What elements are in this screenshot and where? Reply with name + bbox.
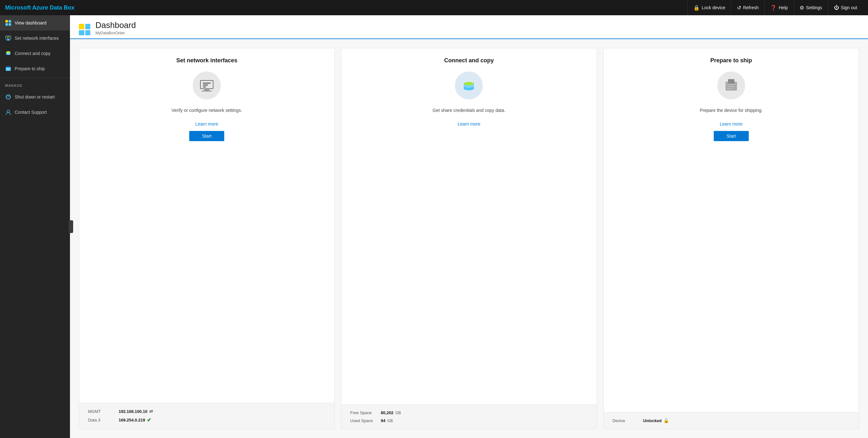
sidebar-item-label: Connect and copy bbox=[14, 51, 51, 56]
svg-rect-19 bbox=[203, 87, 206, 88]
card-desc-network: Verify or configure network settings. bbox=[172, 107, 242, 114]
help-icon: ❓ bbox=[770, 5, 777, 11]
data3-ip: 169.254.0.219 bbox=[119, 418, 145, 423]
help-button[interactable]: ❓ Help bbox=[764, 0, 794, 15]
card-top-connect: Connect and copy Get share credentials a… bbox=[341, 48, 596, 404]
page-subtitle: MyDataBoxOrder bbox=[95, 31, 136, 35]
network-icon bbox=[5, 35, 11, 41]
dashboard-icon bbox=[5, 20, 11, 26]
help-label: Help bbox=[779, 5, 788, 10]
sidebar-divider bbox=[0, 77, 70, 78]
refresh-button[interactable]: ↺ Refresh bbox=[731, 0, 764, 15]
mgmt-ip: 192.168.100.10 bbox=[119, 409, 147, 414]
unlock-icon: 🔓 bbox=[663, 418, 669, 423]
info-value-usedspace: 94 GB bbox=[381, 418, 393, 423]
info-label-mgmt: MGMT bbox=[88, 409, 114, 414]
svg-rect-9 bbox=[7, 66, 9, 68]
usedspace-val: 94 bbox=[381, 418, 385, 423]
info-value-freespace: 80,202 GB bbox=[381, 410, 401, 415]
card-icon-network bbox=[193, 71, 221, 100]
main-layout: View dashboard Set network interfaces bbox=[0, 15, 868, 438]
learn-more-network[interactable]: Learn more bbox=[195, 122, 218, 127]
sidebar-item-view-dashboard[interactable]: View dashboard bbox=[0, 15, 70, 31]
info-value-data3: 169.254.0.219 ✔ bbox=[119, 417, 151, 423]
svg-rect-3 bbox=[7, 37, 9, 37]
lock-device-label: Lock device bbox=[702, 5, 725, 10]
info-label-device: Device bbox=[613, 418, 638, 423]
start-button-network[interactable]: Start bbox=[189, 131, 224, 141]
sign-out-icon: ⏻ bbox=[834, 5, 839, 10]
sidebar-item-contact-support[interactable]: Contact Support bbox=[0, 105, 70, 120]
learn-more-connect[interactable]: Learn more bbox=[458, 122, 480, 127]
sidebar-item-label: Shut down or restart bbox=[14, 94, 55, 100]
start-button-prepare[interactable]: Start bbox=[714, 131, 749, 141]
svg-point-24 bbox=[464, 82, 474, 85]
main-content: Dashboard MyDataBoxOrder Set network int… bbox=[70, 15, 868, 438]
svg-rect-4 bbox=[7, 38, 8, 38]
page-header-text: Dashboard MyDataBoxOrder bbox=[95, 20, 136, 38]
usedspace-unit: GB bbox=[388, 418, 393, 423]
card-info-row-freespace: Free Space 80,202 GB bbox=[350, 410, 587, 415]
svg-rect-17 bbox=[203, 82, 211, 83]
card-connect-and-copy: Connect and copy Get share credentials a… bbox=[341, 48, 597, 429]
sign-out-button[interactable]: ⏻ Sign out bbox=[828, 0, 863, 15]
card-desc-prepare: Prepare the device for shipping. bbox=[700, 107, 763, 114]
page-title: Dashboard bbox=[95, 20, 136, 30]
cards-area: Set network interfaces Verify or configu… bbox=[70, 39, 868, 438]
card-prepare-to-ship: Prepare to ship Prepare the device for s… bbox=[603, 48, 859, 429]
settings-button[interactable]: ⚙ Settings bbox=[794, 0, 828, 15]
info-label-freespace: Free Space bbox=[350, 410, 376, 415]
svg-point-7 bbox=[6, 51, 10, 53]
app-title: Microsoft Azure Data Box bbox=[5, 4, 74, 11]
freespace-val: 80,202 bbox=[381, 410, 394, 415]
card-desc-connect: Get share credentials and copy data. bbox=[433, 107, 505, 114]
card-title-network: Set network interfaces bbox=[176, 57, 237, 64]
card-bottom-connect: Free Space 80,202 GB Used Space 94 GB bbox=[341, 404, 596, 429]
info-value-device: Unlocked 🔓 bbox=[643, 418, 669, 423]
sidebar-item-label: Prepare to ship bbox=[14, 66, 45, 71]
top-navigation: Microsoft Azure Data Box 🔒 Lock device ↺… bbox=[0, 0, 868, 15]
card-icon-connect bbox=[455, 71, 483, 100]
sidebar-collapse-handle[interactable]: ⋮ bbox=[69, 220, 73, 233]
info-label-usedspace: Used Space bbox=[350, 418, 376, 423]
sign-out-label: Sign out bbox=[841, 5, 857, 10]
support-icon bbox=[5, 109, 11, 115]
settings-label: Settings bbox=[806, 5, 822, 10]
svg-rect-18 bbox=[203, 85, 208, 86]
card-title-prepare: Prepare to ship bbox=[710, 57, 752, 64]
refresh-label: Refresh bbox=[743, 5, 758, 10]
page-header: Dashboard MyDataBoxOrder bbox=[70, 15, 868, 39]
settings-icon: ⚙ bbox=[800, 5, 804, 11]
ok-icon: ✔ bbox=[147, 417, 151, 423]
sidebar: View dashboard Set network interfaces bbox=[0, 15, 70, 438]
sidebar-item-set-network-interfaces[interactable]: Set network interfaces bbox=[0, 31, 70, 46]
card-info-row-data3: Data 3 169.254.0.219 ✔ bbox=[88, 417, 326, 423]
card-top-network: Set network interfaces Verify or configu… bbox=[79, 48, 334, 403]
info-value-mgmt: 192.168.100.10 ⇄ bbox=[119, 409, 153, 414]
svg-rect-0 bbox=[6, 36, 11, 39]
card-icon-prepare bbox=[717, 71, 745, 100]
svg-point-13 bbox=[7, 110, 9, 112]
sidebar-item-prepare-to-ship[interactable]: Prepare to ship bbox=[0, 61, 70, 76]
card-info-row-device: Device Unlocked 🔓 bbox=[613, 418, 850, 423]
page-header-icon bbox=[79, 24, 90, 35]
device-status: Unlocked bbox=[643, 418, 662, 423]
sidebar-item-connect-and-copy[interactable]: Connect and copy bbox=[0, 46, 70, 61]
svg-rect-16 bbox=[202, 91, 212, 92]
refresh-icon: ↺ bbox=[737, 5, 741, 11]
sidebar-item-shut-down-or-restart[interactable]: Shut down or restart bbox=[0, 89, 70, 105]
card-set-network-interfaces: Set network interfaces Verify or configu… bbox=[79, 48, 335, 429]
svg-rect-2 bbox=[6, 40, 10, 41]
card-bottom-prepare: Device Unlocked 🔓 bbox=[604, 412, 859, 429]
card-bottom-network: MGMT 192.168.100.10 ⇄ Data 3 169.254.0.2… bbox=[79, 403, 334, 429]
shutdown-icon bbox=[5, 94, 11, 100]
lock-device-button[interactable]: 🔒 Lock device bbox=[687, 0, 731, 15]
card-info-row-usedspace: Used Space 94 GB bbox=[350, 418, 587, 423]
card-top-prepare: Prepare to ship Prepare the device for s… bbox=[604, 48, 859, 412]
svg-rect-26 bbox=[728, 79, 735, 83]
prepare-ship-icon bbox=[5, 65, 11, 72]
sidebar-item-label: Set network interfaces bbox=[14, 36, 59, 41]
topnav-actions: 🔒 Lock device ↺ Refresh ❓ Help ⚙ Setting… bbox=[687, 0, 863, 15]
svg-rect-1 bbox=[7, 39, 9, 40]
learn-more-prepare[interactable]: Learn more bbox=[720, 122, 743, 127]
